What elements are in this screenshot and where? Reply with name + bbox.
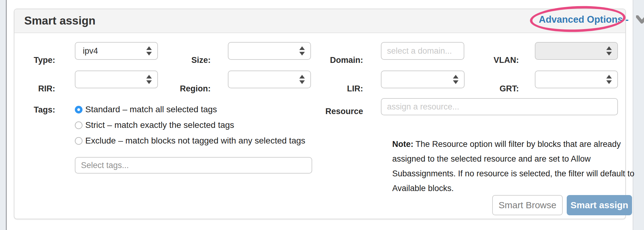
advanced-options-toggle[interactable]: Advanced Options - [539,14,644,25]
chevron-down-icon[interactable] [636,15,644,24]
grt-select[interactable] [535,71,618,88]
page-left-divider [6,0,7,230]
grt-label: GRT: [470,84,519,94]
select-arrows-icon [606,46,612,56]
resource-label: Resource [314,107,363,116]
smart-browse-button[interactable]: Smart Browse [492,195,563,215]
lir-select[interactable] [381,71,465,88]
rir-select[interactable] [75,71,158,88]
size-select[interactable] [228,42,311,60]
region-select[interactable] [228,71,311,88]
note-label: Note: [392,140,413,149]
panel-title: Smart assign [24,14,95,27]
tags-option-exclude[interactable]: Exclude – match blocks not tagged with a… [75,136,305,145]
type-label: Type: [6,56,55,65]
note-text: The Resource option will filter by block… [392,140,634,193]
size-label: Size: [162,56,211,65]
vlan-select[interactable] [535,42,618,60]
lir-label: LIR: [314,84,363,94]
domain-input[interactable] [381,42,464,60]
select-arrows-icon [146,75,152,84]
radio-button[interactable] [75,106,82,113]
vlan-label: VLAN: [470,56,519,65]
select-arrows-icon [299,46,305,56]
page-left-background-strip [0,0,6,230]
tags-label: Tags: [6,105,55,115]
region-label: Region: [162,84,211,94]
resource-input[interactable] [381,98,618,115]
select-arrows-icon [453,75,458,84]
type-select[interactable]: ipv4 [75,42,158,60]
tags-option-standard[interactable]: Standard – match all selected tags [75,105,217,114]
smart-assign-button[interactable]: Smart assign [567,195,632,215]
select-arrows-icon [606,75,612,84]
advanced-options-label[interactable]: Advanced Options - [539,14,629,25]
select-arrows-icon [299,75,305,84]
resource-note: Note: The Resource option will filter by… [392,137,636,196]
rir-label: RIR: [6,84,55,94]
select-tags-input[interactable] [75,157,312,174]
smart-assign-panel: Smart assign Advanced Options - Type: Si… [14,9,626,219]
select-arrows-icon [146,46,152,56]
tags-option-strict[interactable]: Strict – match exactly the selected tags [75,121,234,130]
radio-button[interactable] [75,121,82,129]
radio-button[interactable] [75,137,82,145]
domain-label: Domain: [314,56,363,65]
panel-heading: Smart assign Advanced Options - [14,9,625,33]
